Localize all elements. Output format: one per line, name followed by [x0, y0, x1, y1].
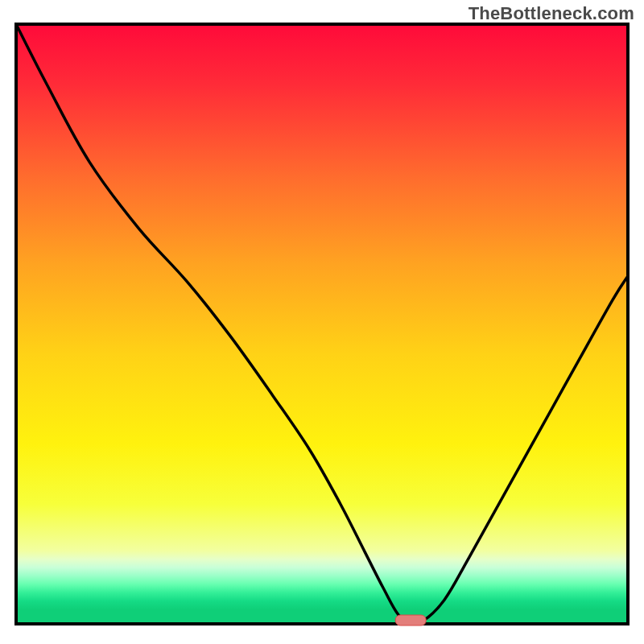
plot-background — [16, 24, 628, 624]
bottleneck-chart — [0, 0, 644, 644]
optimum-marker — [395, 615, 426, 625]
chart-container: { "watermark": "TheBottleneck.com", "col… — [0, 0, 644, 644]
watermark-text: TheBottleneck.com — [469, 3, 634, 24]
